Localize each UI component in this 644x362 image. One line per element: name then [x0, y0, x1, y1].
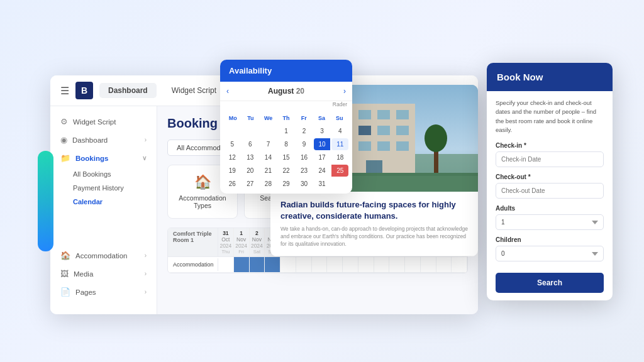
search-button[interactable]: Search	[496, 273, 604, 293]
calendar-day[interactable]: 25	[331, 165, 348, 177]
day-header: Tu	[242, 114, 259, 123]
calendar-day[interactable]: 26	[224, 178, 241, 190]
prev-month-button[interactable]: ‹	[226, 87, 229, 96]
calendar-availability-cell	[218, 257, 234, 272]
svg-rect-15	[366, 160, 382, 173]
book-now-header: Book Now	[487, 63, 613, 91]
chevron-right-icon: ›	[145, 136, 147, 143]
calendar-days: 1234567891011121314151617181920212223242…	[224, 125, 348, 190]
checkout-label: Check-out *	[496, 173, 604, 180]
hotel-text-area: Radian builds future-facing spaces for h…	[270, 192, 478, 256]
day-header: Th	[277, 114, 295, 123]
calendar-day[interactable]: 12	[224, 151, 241, 163]
sidebar-item-label: Widget Script	[73, 118, 116, 126]
svg-point-21	[425, 124, 447, 152]
calendar-day[interactable]: 21	[260, 165, 277, 177]
checkout-field: Check-out *	[496, 173, 604, 199]
calendar-day[interactable]: 30	[296, 178, 313, 190]
brand-logo: B	[75, 82, 93, 99]
sidebar-item-label: Dashboard	[72, 136, 108, 144]
calendar-accommodation-label: Accommodation	[168, 258, 218, 271]
availability-nav: ‹ August 20 ›	[220, 82, 352, 101]
calendar-row-dates	[218, 257, 467, 272]
calendar-date-cell: 31Oct2024Thu	[218, 228, 234, 256]
calendar-day[interactable]: 16	[296, 151, 313, 163]
next-month-button[interactable]: ›	[343, 87, 346, 96]
day-header: Fr	[295, 114, 313, 123]
card-label: AccommodationTypes	[174, 194, 231, 209]
book-now-body: Specify your check-in and check-out date…	[487, 91, 613, 300]
checkin-field: Check-in *	[496, 142, 604, 167]
calendar-day[interactable]: 14	[260, 151, 277, 163]
days-header: MoTuWeThFrSaSu	[224, 114, 348, 123]
calendar-day[interactable]: 28	[260, 178, 277, 190]
sidebar-item-calendar[interactable]: Calendar	[50, 195, 157, 209]
calendar-availability-cell	[296, 257, 312, 272]
calendar-day[interactable]: 2	[296, 125, 313, 137]
sidebar-item-accommodation[interactable]: 🏠 Accommodation ›	[50, 246, 157, 265]
calendar-day[interactable]: 31	[314, 178, 331, 190]
sidebar-item-bookings[interactable]: 📁 Bookings ∨	[50, 149, 157, 167]
svg-rect-4	[358, 110, 371, 119]
adults-select[interactable]: 1 2 3 4	[496, 214, 604, 230]
calendar-day[interactable]: 13	[242, 151, 259, 163]
calendar-day[interactable]: 4	[331, 125, 348, 137]
tab-dashboard[interactable]: Dashboard	[99, 83, 157, 98]
sidebar-item-media[interactable]: 🖼 Media ›	[50, 265, 157, 283]
bookings-icon: 📁	[60, 153, 70, 163]
adults-field: Adults 1 2 3 4	[496, 205, 604, 230]
pages-icon: 📄	[60, 287, 70, 297]
sidebar-item-pages[interactable]: 📄 Pages ›	[50, 283, 157, 301]
book-now-widget: Book Now Specify your check-in and check…	[487, 63, 613, 300]
calendar-day[interactable]: 24	[314, 165, 331, 177]
checkin-input[interactable]	[496, 151, 604, 167]
calendar-day	[260, 125, 277, 137]
hamburger-icon[interactable]: ☰	[60, 85, 69, 97]
children-field: Children 0 1 2 3	[496, 236, 604, 261]
calendar-day[interactable]: 29	[278, 178, 295, 190]
calendar-day[interactable]: 1	[278, 125, 295, 137]
calendar-day[interactable]: 20	[242, 165, 259, 177]
calendar-day[interactable]: 15	[278, 151, 295, 163]
calendar-day[interactable]: 7	[260, 138, 277, 150]
sidebar-item-payment-history[interactable]: Payment History	[50, 181, 157, 195]
svg-rect-12	[358, 141, 371, 151]
sidebar-item-all-bookings[interactable]: All Bookings	[50, 167, 157, 181]
children-select[interactable]: 0 1 2 3	[496, 246, 604, 261]
checkout-input[interactable]	[496, 183, 604, 199]
sidebar-item-widget-script[interactable]: ⚙ Widget Script	[50, 112, 157, 131]
calendar-day[interactable]: 3	[314, 125, 331, 137]
calendar-day[interactable]: 23	[296, 165, 313, 177]
calendar-day[interactable]: 19	[224, 165, 241, 177]
month-label: August 20	[268, 87, 304, 96]
svg-rect-5	[377, 110, 390, 119]
day-header: Sa	[313, 114, 330, 123]
calendar-availability-cell	[280, 257, 296, 272]
day-header: Mo	[224, 114, 242, 123]
calendar-day[interactable]: 11	[331, 138, 348, 150]
sidebar-item-dashboard[interactable]: ◉ Dashboard ›	[50, 131, 157, 149]
calendar-day[interactable]: 18	[331, 151, 348, 163]
tab-widget-script[interactable]: Widget Script	[163, 83, 225, 98]
widget-script-icon: ⚙	[60, 117, 68, 126]
rader-label: Rader	[220, 101, 352, 110]
calendar-availability-cell	[358, 257, 374, 272]
availability-grid: MoTuWeThFrSaSu 1234567891011121314151617…	[220, 110, 352, 194]
calendar-availability-cell	[452, 257, 467, 272]
availability-popup: Availability ‹ August 20 › Rader MoTuWeT…	[220, 60, 352, 194]
sidebar-item-label: Pages	[75, 288, 96, 296]
calendar-day[interactable]: 27	[242, 178, 259, 190]
calendar-date-cell: 1Nov2024Fri	[234, 228, 250, 256]
calendar-day[interactable]: 10	[314, 138, 331, 150]
calendar-day[interactable]: 6	[242, 138, 259, 150]
calendar-day[interactable]: 5	[224, 138, 241, 150]
calendar-day[interactable]: 8	[278, 138, 295, 150]
day-header: Su	[331, 114, 348, 123]
day-header: We	[260, 114, 277, 123]
svg-rect-13	[377, 141, 390, 151]
calendar-day	[224, 125, 241, 137]
calendar-day[interactable]: 17	[314, 151, 331, 163]
calendar-day[interactable]: 9	[296, 138, 313, 150]
calendar-day[interactable]: 22	[278, 165, 295, 177]
calendar-availability-cell	[327, 257, 343, 272]
